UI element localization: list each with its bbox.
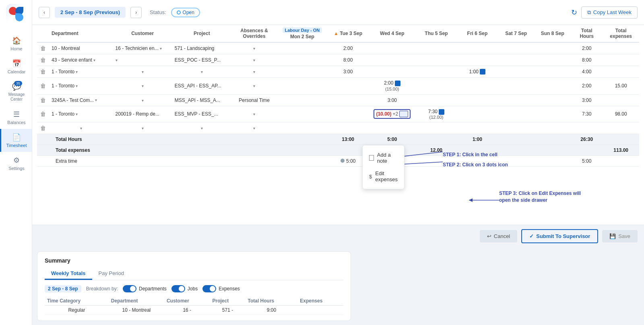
delete-row-button[interactable]: 🗑 [40, 111, 46, 117]
sun-cell[interactable] [534, 122, 571, 134]
sun-cell[interactable] [534, 66, 571, 78]
chevron-down-icon[interactable]: ▾ [160, 46, 162, 51]
sat-cell[interactable] [498, 42, 535, 54]
mon-cell[interactable] [277, 122, 327, 134]
chevron-down-icon[interactable]: ▾ [116, 58, 118, 62]
fri-cell[interactable] [457, 78, 498, 95]
tue-cell[interactable]: 2:00 [328, 42, 369, 54]
cancel-button[interactable]: ↩ Cancel [480, 230, 517, 242]
sidebar-item-timesheet[interactable]: 📄 Timesheet [0, 129, 32, 152]
jobs-toggle[interactable] [171, 285, 185, 292]
chevron-down-icon[interactable]: ▾ [142, 126, 144, 130]
wed-cell[interactable] [369, 122, 416, 134]
chevron-down-icon[interactable]: ▾ [76, 112, 78, 116]
project-cell-empty[interactable]: ▾ [172, 122, 231, 134]
delete-row-button[interactable]: 🗑 [40, 125, 46, 131]
cell-input[interactable] [399, 111, 408, 117]
thu-cell[interactable] [416, 42, 457, 54]
mon-cell[interactable] [277, 54, 327, 66]
chevron-down-icon[interactable]: ▾ [253, 58, 255, 62]
thu-cell[interactable] [416, 94, 457, 106]
chevron-down-icon[interactable]: ▾ [253, 112, 255, 116]
fri-cell[interactable] [457, 94, 498, 106]
chevron-down-icon[interactable]: ▾ [95, 98, 97, 102]
mon-cell[interactable] [277, 78, 327, 95]
wed-cell[interactable]: 2:00 (15.00) [369, 78, 416, 95]
chevron-down-icon[interactable]: ▾ [76, 70, 78, 74]
delete-row-button[interactable]: 🗑 [40, 83, 46, 89]
tue-cell[interactable] [328, 78, 369, 95]
expenses-toggle[interactable] [202, 285, 216, 292]
mon-cell[interactable] [277, 94, 327, 106]
fri-cell[interactable] [457, 54, 498, 66]
wed-cell[interactable] [369, 54, 416, 66]
dept-cell-empty[interactable]: ▾ [49, 122, 113, 134]
sat-cell[interactable] [498, 66, 535, 78]
wed-cell[interactable]: 3:00 [369, 94, 416, 106]
thu-cell[interactable]: 7:30 (12.00) [416, 106, 457, 122]
sun-cell[interactable] [534, 78, 571, 95]
tue-cell[interactable] [328, 122, 369, 134]
chevron-down-icon[interactable]: ▾ [201, 70, 203, 74]
chevron-down-icon[interactable]: ▾ [142, 98, 144, 103]
sun-cell[interactable] [534, 94, 571, 106]
save-button[interactable]: 💾 Save [602, 230, 638, 242]
chevron-down-icon[interactable]: ▾ [201, 126, 203, 130]
add-note-item[interactable]: Add a note [363, 149, 404, 167]
customer-cell-empty[interactable]: ▾ [113, 122, 172, 134]
tab-pay-period[interactable]: Pay Period [92, 268, 131, 280]
sidebar-item-home[interactable]: 🏠 Home [0, 32, 32, 55]
sun-cell[interactable] [534, 106, 571, 122]
mon-cell[interactable] [277, 66, 327, 78]
edit-expenses-item[interactable]: $ Edit expenses [363, 167, 404, 186]
chevron-down-icon[interactable]: ▾ [93, 58, 95, 62]
date-range-button[interactable]: 2 Sep - 8 Sep (Previous) [55, 7, 126, 18]
sat-cell[interactable] [498, 94, 535, 106]
thu-cell[interactable] [416, 78, 457, 95]
sidebar-item-messages[interactable]: 💬 35 MessageCenter [0, 78, 32, 106]
sidebar-item-balances[interactable]: ☰ Balances [0, 106, 32, 129]
tue-cell[interactable] [328, 106, 369, 122]
sat-cell[interactable] [498, 122, 535, 134]
tue-cell[interactable] [328, 94, 369, 106]
chevron-down-icon[interactable]: ▾ [253, 84, 255, 88]
mon-cell[interactable] [277, 42, 327, 54]
wed-cell-highlighted[interactable]: (10.00) +2 [369, 106, 416, 122]
tue-cell[interactable]: 8:00 [328, 54, 369, 66]
delete-row-button[interactable]: 🗑 [40, 97, 46, 104]
fri-cell[interactable] [457, 106, 498, 122]
mon-cell[interactable] [277, 106, 327, 122]
fri-cell[interactable]: 1:00 [457, 66, 498, 78]
chevron-down-icon[interactable]: ▾ [253, 46, 255, 51]
submit-to-supervisor-button[interactable]: ✓ Submit To Supervisor [521, 229, 598, 243]
fri-cell[interactable] [457, 42, 498, 54]
chevron-down-icon[interactable]: ▾ [76, 84, 78, 88]
thu-cell[interactable] [416, 122, 457, 134]
thu-cell[interactable] [416, 66, 457, 78]
chevron-down-icon[interactable]: ▾ [142, 70, 144, 74]
prev-week-button[interactable]: ‹ [39, 7, 50, 18]
refresh-button[interactable]: ↻ [571, 8, 577, 17]
chevron-down-icon[interactable]: ▾ [142, 84, 144, 88]
wed-cell[interactable] [369, 42, 416, 54]
thu-cell[interactable] [416, 54, 457, 66]
absences-cell-empty[interactable]: ▾ [231, 122, 277, 134]
sun-cell[interactable] [534, 54, 571, 66]
fri-cell[interactable] [457, 122, 498, 134]
sat-cell[interactable] [498, 54, 535, 66]
delete-row-button[interactable]: 🗑 [40, 45, 46, 52]
tue-cell[interactable]: 3:00 [328, 66, 369, 78]
sat-cell[interactable] [498, 78, 535, 95]
chevron-down-icon[interactable]: ▾ [80, 126, 82, 130]
chevron-down-icon[interactable]: ▾ [253, 126, 255, 130]
sat-cell[interactable] [498, 106, 535, 122]
delete-row-button[interactable]: 🗑 [40, 68, 46, 75]
chevron-down-icon[interactable]: ▾ [253, 70, 255, 74]
copy-last-week-button[interactable]: ⧉ Copy Last Week [581, 6, 638, 19]
sidebar-item-calendar[interactable]: 📅 Calendar [0, 55, 32, 78]
sidebar-item-settings[interactable]: ⚙ Settings [0, 152, 32, 175]
wed-cell[interactable] [369, 66, 416, 78]
sun-cell[interactable] [534, 42, 571, 54]
departments-toggle[interactable] [123, 285, 136, 292]
next-week-button[interactable]: › [130, 7, 142, 18]
